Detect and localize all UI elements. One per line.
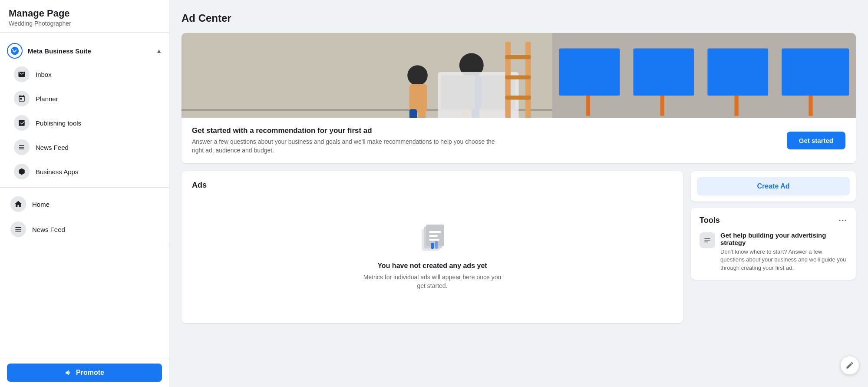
sidebar-item-home[interactable]: Home [3,192,165,216]
svg-rect-24 [525,42,531,118]
news-feed-sub-icon [14,139,30,155]
tools-item-desc: Don't know where to start? Answer a few … [720,248,847,272]
ads-empty-sub: Metrics for individual ads will appear h… [363,273,502,290]
sidebar-item-business-apps[interactable]: Business Apps [3,159,165,184]
publishing-tools-label: Publishing tools [36,119,81,127]
sidebar-item-news-feed[interactable]: News Feed [3,217,165,241]
ads-empty-state: You have not created any ads yet Metrics… [192,197,673,314]
promote-label: Promote [76,369,104,377]
svg-rect-7 [782,48,849,96]
sidebar-item-planner[interactable]: Planner [3,86,165,111]
meta-business-suite-header[interactable]: Meta Business Suite ▲ [0,40,169,62]
svg-rect-4 [559,48,620,96]
hero-heading: Get started with a recommendation for yo… [192,126,496,135]
svg-rect-21 [409,109,417,118]
business-apps-label: Business Apps [36,168,78,175]
sidebar-subtitle: Wedding Photographer [9,20,160,27]
hero-description: Answer a few questions about your busine… [192,138,496,155]
business-apps-icon [14,164,30,179]
svg-rect-25 [505,55,531,59]
sidebar-item-news-feed-sub[interactable]: News Feed [3,135,165,159]
tools-item: Get help building your advertising strat… [700,232,847,272]
home-label: Home [32,201,50,208]
tools-card: Tools ··· Get help building your adverti… [691,208,856,280]
svg-rect-10 [734,96,738,116]
main-content: Ad Center [169,0,868,387]
meta-business-suite-label: Meta Business Suite [28,47,91,55]
sidebar-title: Manage Page [9,8,160,19]
create-ad-container: Create Ad [691,171,856,202]
svg-rect-32 [429,235,438,237]
hero-content: Get started with a recommendation for yo… [182,118,856,163]
svg-rect-27 [505,96,531,99]
svg-point-19 [407,65,428,86]
svg-rect-33 [429,239,439,241]
meta-business-suite-icon [7,43,23,59]
svg-rect-6 [707,48,768,96]
inbox-icon [14,66,30,82]
news-feed-icon [10,222,26,237]
lower-section: Ads You have not created any ads yet [182,171,856,323]
home-icon [10,196,26,212]
hero-banner [182,33,856,118]
ad-center-title: Ad Center [182,12,856,24]
svg-rect-20 [409,84,427,112]
svg-rect-22 [418,109,426,118]
inbox-label: Inbox [36,71,52,78]
svg-rect-31 [429,231,441,233]
main-nav-section: Home News Feed [0,188,169,246]
news-feed-label: News Feed [32,226,65,233]
svg-rect-34 [431,243,434,249]
tools-item-text: Get help building your advertising strat… [720,232,847,272]
hero-card: Get started with a recommendation for yo… [182,33,856,163]
publishing-tools-icon [14,115,30,131]
chevron-up-icon: ▲ [156,47,162,54]
create-ad-button[interactable]: Create Ad [697,177,850,195]
ads-panel: Ads You have not created any ads yet [182,171,683,323]
get-started-button[interactable]: Get started [787,132,845,149]
meta-business-suite-section: Meta Business Suite ▲ Inbox [0,36,169,188]
promote-button[interactable]: Promote [7,364,162,382]
sidebar: Manage Page Wedding Photographer Meta Bu… [0,0,169,387]
news-feed-sub-label: News Feed [36,144,69,151]
sidebar-item-inbox[interactable]: Inbox [3,62,165,86]
planner-label: Planner [36,95,58,103]
tools-title: Tools [700,216,720,225]
svg-rect-11 [809,96,812,116]
svg-point-0 [11,47,19,55]
ads-empty-title: You have not created any ads yet [377,262,487,270]
svg-rect-26 [505,76,531,79]
sidebar-header: Manage Page Wedding Photographer [0,0,169,33]
svg-rect-5 [634,48,694,96]
svg-rect-8 [586,96,590,116]
hero-text: Get started with a recommendation for yo… [192,126,496,155]
right-panel: Create Ad Tools ··· Get help building yo… [691,171,856,280]
tools-header: Tools ··· [700,215,847,225]
sidebar-item-publishing-tools[interactable]: Publishing tools [3,111,165,135]
ads-panel-title: Ads [192,181,673,190]
svg-rect-35 [435,241,438,249]
sidebar-nav: Meta Business Suite ▲ Inbox [0,33,169,358]
tools-more-button[interactable]: ··· [838,215,847,225]
edit-fab-button[interactable] [840,356,859,375]
tools-item-icon [700,232,715,248]
svg-rect-17 [441,76,475,109]
svg-rect-23 [505,42,510,118]
planner-icon [14,91,30,106]
promote-bar: Promote [0,358,169,387]
svg-rect-9 [660,96,664,116]
tools-item-title: Get help building your advertising strat… [720,232,847,246]
meta-business-suite-header-left: Meta Business Suite [7,43,91,59]
